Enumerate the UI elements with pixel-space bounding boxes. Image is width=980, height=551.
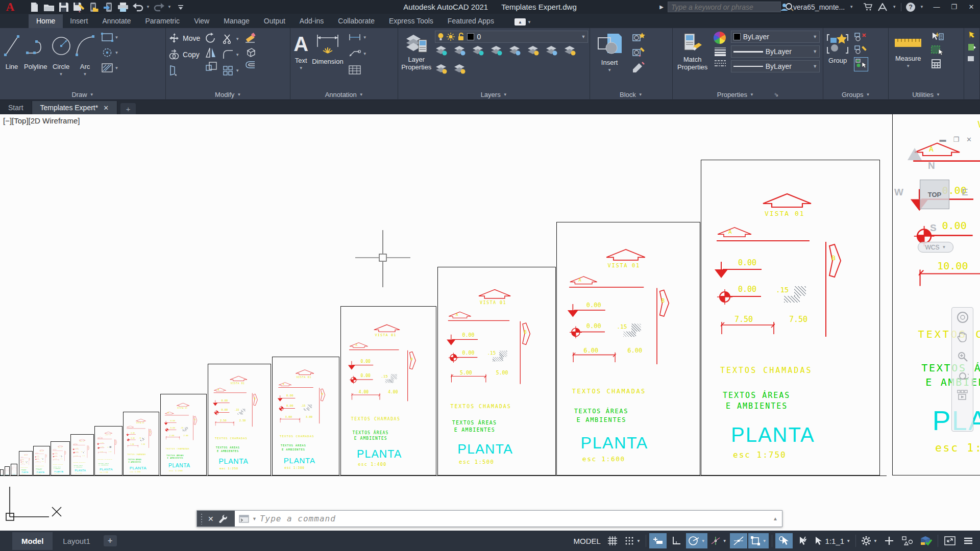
viewcube-west[interactable]: W [894,187,903,198]
quick-calculator-button[interactable] [930,58,942,69]
clean-screen-toggle[interactable] [941,533,959,548]
new-layout-button[interactable]: + [104,535,117,546]
template-sheet[interactable]: VISTA 01 A 0.00 0.00 .15 1.00 1.00 B TEX… [70,434,94,475]
ribbon-tab-output[interactable]: Output [257,15,292,28]
grid-display-toggle[interactable] [604,533,621,548]
graphics-performance-toggle[interactable] [917,533,935,548]
template-sheet[interactable]: VISTA 01 A 0.00 0.00 .15 3.00 3.00 B TEX… [272,357,339,475]
file-tab-close-icon[interactable]: ✕ [103,104,109,112]
mirror-button[interactable] [205,47,216,58]
command-prompt-icon[interactable] [239,515,249,523]
layer-off-button[interactable] [435,45,448,58]
table-button[interactable] [348,63,367,77]
template-sheet[interactable]: VISTA 01 A 0.00 0.00 .15 1.25 1.25 B TEX… [94,426,122,475]
full-navigation-wheel-icon[interactable] [956,311,969,326]
annotation-autoscale-toggle[interactable] [794,533,811,548]
panel-label-utilities[interactable]: Utilities▼ [889,89,964,100]
panel-label-properties[interactable]: Properties▼⇘ [673,89,823,100]
model-tab[interactable]: Model [12,532,53,550]
command-line[interactable]: ✕ ▼ Type a command ▲ [197,510,782,527]
circle-button[interactable]: Circle ▼ [51,31,71,89]
erase-button[interactable] [244,32,257,44]
ortho-mode-toggle[interactable] [668,533,685,548]
viewcube-top-face[interactable]: TOP [920,180,949,209]
recent-commands-chevron-icon[interactable]: ▼ [252,516,257,521]
copy-button[interactable]: Copy [169,47,200,62]
ribbon-tab-featured-apps[interactable]: Featured Apps [440,15,501,28]
quick-select-button[interactable] [930,32,944,42]
arc-button[interactable]: Arc ▼ [75,31,95,89]
linetype-icon[interactable] [714,59,727,67]
array-button[interactable]: ▼ [223,64,239,77]
user-avatar-icon[interactable] [780,3,789,11]
group-button[interactable]: Group [826,31,849,89]
template-sheet[interactable]: VISTA 01 A 0.00 0.00 .15 0.15 0.15 B TEX… [0,469,4,475]
command-input[interactable]: Type a command [260,514,336,523]
layer-isolate-button[interactable] [508,45,522,58]
ribbon-tab-manage[interactable]: Manage [216,15,257,28]
hatch-button[interactable]: ▼ [101,61,119,74]
properties-dialog-launcher-icon[interactable]: ⇘ [774,91,778,98]
turn-all-layers-on-button[interactable] [527,45,540,58]
ribbon-tab-parametric[interactable]: Parametric [138,15,187,28]
model-space-toggle-toggle[interactable]: MODEL [572,533,603,548]
app-store-cart-icon[interactable] [863,3,873,11]
restore-button[interactable]: ❐ [945,0,963,14]
ribbon-tab-express-tools[interactable]: Express Tools [382,15,440,28]
customization-toggle[interactable] [960,533,977,548]
ribbon-tab-collaborate[interactable]: Collaborate [331,15,382,28]
line-button[interactable]: Line [3,31,20,89]
undo-icon[interactable] [131,1,144,13]
file-tab-start[interactable]: Start [0,101,32,114]
ribbon-tab-view[interactable]: View [187,15,216,28]
drawing-canvas[interactable]: VISTA 01 A 0.00 0.00 .15 0.15 0.15 B TEX… [0,114,980,531]
layer-lock-button[interactable] [490,45,503,58]
snap-mode-toggle[interactable]: ▼ [622,533,643,548]
linear-dimension-button[interactable]: ▼ [348,31,367,44]
new-drawing-tab-button[interactable]: + [120,103,136,114]
panel-label-modify[interactable]: Modify▼ [166,89,290,100]
make-current-button[interactable] [453,45,467,58]
layout1-tab[interactable]: Layout1 [54,532,99,550]
measure-button[interactable]: Measure ▼ [892,31,924,89]
template-sheet[interactable]: VISTA 01 A 0.00 0.00 .15 2.50 2.50 B TEX… [208,364,271,475]
ribbon-tab-home[interactable]: Home [29,14,63,28]
annotation-scale-toggle[interactable]: 1:1_1▼ [812,533,852,548]
autodesk-app-icon[interactable] [877,3,888,11]
command-grip-handle[interactable] [201,513,203,524]
text-button[interactable]: A Text ▼ [293,31,308,89]
panel-label-annotation[interactable]: Annotation▼ [290,89,398,100]
color-wheel-icon[interactable] [714,32,726,44]
pan-icon[interactable] [957,331,969,345]
edit-block-button[interactable] [632,46,645,58]
doc-minimize-icon[interactable]: ▬ [939,136,946,143]
trim-button[interactable]: ▼ [223,32,239,45]
isolate-objects-toggle[interactable] [899,533,916,548]
command-expand-chevron-icon[interactable]: ▲ [773,516,778,521]
cut-clip-icon[interactable] [967,55,976,62]
save-as-icon[interactable] [72,1,85,13]
file-tab-document[interactable]: Templates Expert* ✕ [32,101,118,114]
ribbon-tab-annotate[interactable]: Annotate [95,15,138,28]
save-icon[interactable] [57,1,70,13]
autodesk-menu-chevron-icon[interactable]: ▼ [892,5,896,9]
scale-button[interactable] [205,61,217,71]
explode-button[interactable] [244,46,257,58]
ribbon-collapse-button[interactable]: ▲ [514,18,526,26]
viewcube-east[interactable]: E [962,187,968,198]
template-sheet[interactable]: VISTA 01 A 0.00 0.00 .15 2.00 2.00 B TEX… [160,394,207,475]
command-close-icon[interactable]: ✕ [208,515,214,523]
insert-button[interactable]: Insert ▼ [593,31,626,89]
ungroup-button[interactable] [854,32,867,42]
layer-properties-button[interactable]: Layer Properties [401,31,431,89]
ribbon-tab-add-ins[interactable]: Add-ins [292,15,331,28]
create-block-button[interactable] [632,32,645,43]
ellipse-button[interactable]: ▼ [101,46,119,59]
layer-dropdown[interactable]: 0 ▼ [435,31,588,43]
template-sheet[interactable]: VISTA 01 A 0.00 0.00 .15 5.00 5.00 B TEX… [437,267,556,475]
layer-unlock-button[interactable] [435,63,448,77]
help-search-box[interactable] [668,2,781,12]
template-sheet[interactable]: VISTA 01 A 0.00 0.00 .15 7.50 7.50 B TEX… [701,160,880,475]
stretch-button[interactable] [169,63,200,79]
redo-history-chevron-icon[interactable]: ▼ [167,5,173,9]
